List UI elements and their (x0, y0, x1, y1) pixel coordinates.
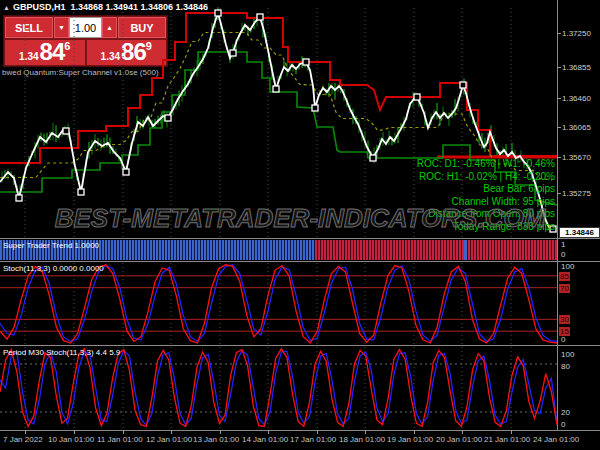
time-tick (123, 430, 124, 434)
mt4-window: { "header": {"expand_icon":"▲","symbol":… (0, 0, 600, 450)
supertrend-axis-0: 0 (561, 250, 565, 259)
time-tick (171, 430, 172, 434)
time-axis-label: 14 Jan 01:00 (242, 435, 288, 444)
price-tick-label: 1.37250 (562, 29, 591, 38)
price-tick-label: 1.35275 (562, 189, 591, 198)
supertrend-axis-1: 1 (561, 240, 565, 249)
watermark-text: BEST-METATRADER-INDICATORS.COM (0, 203, 600, 234)
stoch-h1-level-label: 70 (559, 284, 570, 293)
price-tick (557, 193, 561, 194)
time-tick (268, 430, 269, 434)
panel-separator (0, 430, 600, 431)
time-tick (25, 430, 26, 434)
time-axis-label: 12 Jan 01:00 (146, 435, 192, 444)
price-tick (557, 157, 561, 158)
price-tick (557, 98, 561, 99)
time-axis-label: 13 Jan 01:00 (193, 435, 239, 444)
info-line: ROC: H1: -0.02% | H4: -0.20% (417, 171, 555, 184)
price-tick (557, 127, 561, 128)
supertrend-label: Super Trader Trend 1.0000 (3, 241, 99, 250)
price-tick-label: 1.36065 (562, 123, 591, 132)
price-tick (557, 67, 561, 68)
stoch-m30-chart[interactable] (0, 346, 600, 430)
info-line: Bear Bar: 6 pips (417, 183, 555, 196)
stoch-h1-axis-100: 100 (561, 262, 574, 271)
stoch-h1-axis-0: 0 (561, 335, 565, 344)
stoch-m30-axis-label: 0 (561, 420, 565, 429)
price-tick-label: 1.36460 (562, 94, 591, 103)
time-tick (462, 430, 463, 434)
stoch-h1-level-label: 30 (559, 315, 570, 324)
time-axis-label: 21 Jan 01:00 (484, 435, 530, 444)
time-tick (365, 430, 366, 434)
time-axis-label: 11 Jan 01:00 (97, 435, 143, 444)
price-tick-label: 1.35670 (562, 153, 591, 162)
time-axis-label: 18 Jan 01:00 (339, 435, 385, 444)
time-tick (317, 430, 318, 434)
price-tick-label: 1.36855 (562, 63, 591, 72)
time-tick (220, 430, 221, 434)
stoch-m30-label: Period M30 Stoch(11,3,3) 4.4 5.9 (3, 348, 120, 357)
price-tick (557, 33, 561, 34)
stoch-h1-level-label: 15 (559, 327, 570, 336)
time-axis-label: 10 Jan 01:00 (48, 435, 94, 444)
time-axis-label: 17 Jan 01:00 (290, 435, 336, 444)
time-tick (74, 430, 75, 434)
stoch-h1-level-label: 85 (559, 272, 570, 281)
supertrend-blue-bar (464, 240, 467, 260)
current-price-box: 1.34846 (559, 227, 600, 238)
stoch-h1-label: Stoch(11,3,3) 0.0000 0.0000 (3, 264, 104, 273)
panel-separator (0, 238, 600, 239)
time-axis-label: 20 Jan 01:00 (436, 435, 482, 444)
stoch-m30-axis-label: 20 (561, 408, 570, 417)
supertrend-red-segment (315, 240, 557, 260)
stoch-m30-axis-label: 100 (561, 350, 574, 359)
time-axis-label: 7 Jan 2022 (3, 435, 43, 444)
time-tick (414, 430, 415, 434)
time-axis-label: 24 Jan 01:00 (533, 435, 579, 444)
time-axis-label: 19 Jan 01:00 (387, 435, 433, 444)
info-line: ROC: D1: -0.46% | W1: -0.46% (417, 158, 555, 171)
stoch-m30-axis-label: 80 (561, 362, 570, 371)
stoch-h1-chart[interactable] (0, 262, 600, 345)
time-tick (511, 430, 512, 434)
